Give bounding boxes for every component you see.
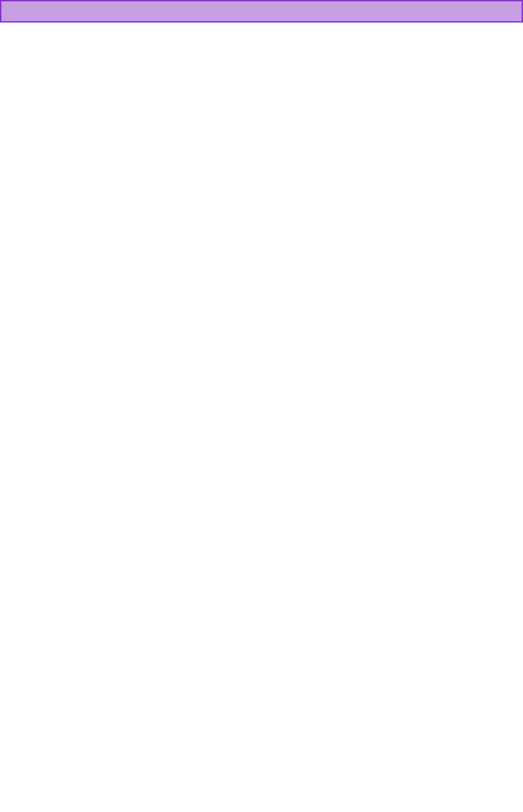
calendar-header: [1, 1, 522, 21]
calendar: [0, 0, 523, 23]
